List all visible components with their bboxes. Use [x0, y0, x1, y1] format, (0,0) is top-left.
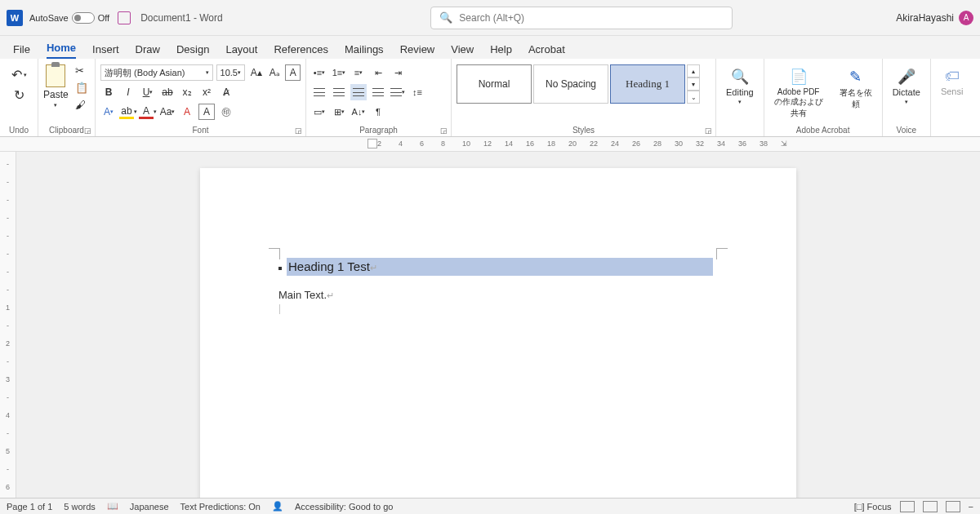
numbering-button[interactable]: 1≡▾: [331, 64, 347, 81]
read-mode-button[interactable]: [900, 501, 915, 512]
editing-button[interactable]: 🔍 Editing ▾: [721, 64, 759, 109]
cut-button[interactable]: ✂: [75, 64, 88, 77]
circled-char-button[interactable]: ㊞: [218, 104, 234, 120]
spellcheck-icon[interactable]: 📖: [107, 501, 118, 512]
tab-draw[interactable]: Draw: [136, 43, 160, 59]
page[interactable]: Heading 1 Test↵ Main Text.↵ |: [200, 168, 796, 498]
zoom-out-button[interactable]: −: [969, 502, 973, 512]
status-accessibility[interactable]: Accessibility: Good to go: [295, 502, 393, 512]
chevron-down-icon[interactable]: ▾: [738, 99, 742, 105]
italic-button[interactable]: I: [120, 84, 136, 100]
styles-more-icon[interactable]: ⌄: [687, 91, 700, 104]
tab-selector-icon[interactable]: [368, 139, 377, 148]
request-signature-button[interactable]: ✎ 署名を依頼: [835, 64, 877, 113]
redo-button[interactable]: ↻: [14, 87, 24, 103]
enclose-char-button[interactable]: A: [179, 104, 195, 120]
align-center-button[interactable]: [331, 84, 347, 100]
strikethrough-button[interactable]: ab: [159, 84, 176, 100]
align-right-button[interactable]: [350, 84, 367, 100]
status-language[interactable]: Japanese: [130, 502, 169, 512]
style-normal[interactable]: Normal: [457, 64, 532, 104]
borders-button[interactable]: ⊞▾: [331, 104, 347, 120]
grow-font-button[interactable]: A▴: [248, 64, 263, 81]
status-predictions[interactable]: Text Predictions: On: [180, 502, 261, 512]
tab-file[interactable]: File: [13, 43, 30, 59]
character-border-button[interactable]: A: [198, 104, 215, 120]
font-color-button[interactable]: A▾: [140, 104, 156, 120]
justify-button[interactable]: [370, 84, 386, 100]
toggle-off-icon[interactable]: [72, 12, 95, 24]
multilevel-list-button[interactable]: ≡▾: [350, 64, 367, 81]
heading-1-text[interactable]: Heading 1 Test↵: [287, 258, 713, 276]
shading-button[interactable]: ▭▾: [311, 104, 327, 120]
increase-indent-button[interactable]: ⇥: [390, 64, 406, 81]
styles-scroll-down-icon[interactable]: ▾: [687, 78, 700, 91]
subscript-button[interactable]: x₂: [179, 84, 195, 100]
copy-button[interactable]: 📋: [75, 82, 88, 94]
undo-button[interactable]: ↶▾: [11, 67, 27, 82]
tab-mailings[interactable]: Mailings: [345, 43, 384, 59]
decrease-indent-button[interactable]: ⇤: [370, 64, 386, 81]
body-text[interactable]: Main Text.↵: [278, 289, 718, 302]
sensitivity-button[interactable]: 🏷 Sensi: [936, 64, 969, 100]
styles-scroll-up-icon[interactable]: ▴: [687, 64, 700, 78]
status-words[interactable]: 5 words: [64, 502, 96, 512]
tab-acrobat[interactable]: Acrobat: [528, 43, 565, 59]
vruler-tick: 3: [6, 375, 10, 383]
clipboard-launcher-icon[interactable]: ◲: [84, 126, 91, 135]
status-page[interactable]: Page 1 of 1: [7, 502, 52, 512]
sort-button[interactable]: A↓▾: [350, 104, 367, 120]
superscript-button[interactable]: x²: [198, 84, 215, 100]
phonetic-guide-button[interactable]: A: [285, 64, 301, 81]
chevron-down-icon[interactable]: ▾: [54, 102, 57, 109]
tab-layout[interactable]: Layout: [225, 43, 257, 59]
font-size-select[interactable]: 10.5▾: [216, 64, 246, 81]
save-icon[interactable]: [118, 11, 131, 24]
tab-insert[interactable]: Insert: [92, 43, 119, 59]
tab-review[interactable]: Review: [400, 43, 435, 59]
horizontal-ruler[interactable]: 2468101214161820222426283032343638⇲: [0, 137, 980, 152]
underline-button[interactable]: U▾: [140, 84, 156, 100]
search-icon: 🔍: [439, 11, 452, 24]
font-name-select[interactable]: 游明朝 (Body Asian)▾: [100, 64, 213, 81]
voice-group-label: Voice: [897, 124, 916, 135]
document-canvas[interactable]: Heading 1 Test↵ Main Text.↵ |: [16, 152, 980, 498]
style-no-spacing[interactable]: No Spacing: [533, 64, 608, 104]
bullets-button[interactable]: •≡▾: [311, 64, 327, 81]
vertical-ruler[interactable]: --------1-2-3-4-5-6-7-8-9-10-11: [0, 152, 16, 498]
paste-button[interactable]: Paste ▾: [43, 64, 69, 109]
user-account[interactable]: AkiraHayashi A: [896, 11, 973, 25]
tab-design[interactable]: Design: [176, 43, 209, 59]
change-case-button[interactable]: Aₐ: [267, 64, 282, 81]
highlight-button[interactable]: ab▾: [120, 104, 136, 120]
format-painter-button[interactable]: 🖌: [75, 99, 88, 111]
chevron-down-icon[interactable]: ▾: [24, 72, 27, 78]
web-layout-button[interactable]: [946, 501, 960, 512]
tab-home[interactable]: Home: [47, 42, 76, 59]
char-shading-button[interactable]: Aa▾: [159, 104, 176, 120]
align-left-button[interactable]: [311, 84, 327, 100]
focus-mode-button[interactable]: [□] Focus: [854, 502, 892, 512]
search-input[interactable]: 🔍 Search (Alt+Q): [430, 7, 733, 29]
create-pdf-button[interactable]: 📄 Adobe PDF の作成および共有: [769, 64, 828, 122]
font-group-label: Font: [100, 124, 301, 135]
style-heading-1[interactable]: Heading 1: [610, 64, 685, 104]
bold-button[interactable]: B: [100, 84, 117, 100]
tab-help[interactable]: Help: [490, 43, 512, 59]
chevron-down-icon[interactable]: ▾: [905, 99, 908, 105]
clear-format-button[interactable]: A̷: [218, 84, 234, 100]
tab-view[interactable]: View: [451, 43, 474, 59]
font-launcher-icon[interactable]: ◲: [295, 126, 302, 135]
right-indent-icon[interactable]: ⇲: [781, 140, 787, 148]
show-marks-button[interactable]: ¶: [370, 104, 386, 120]
distributed-button[interactable]: ▾: [390, 84, 406, 100]
line-spacing-button[interactable]: ↕≡: [409, 84, 425, 100]
text-cursor[interactable]: |: [278, 302, 718, 315]
paragraph-launcher-icon[interactable]: ◲: [440, 126, 448, 135]
styles-launcher-icon[interactable]: ◲: [705, 126, 712, 135]
tab-references[interactable]: References: [274, 43, 327, 59]
print-layout-button[interactable]: [923, 501, 938, 512]
text-effects-button[interactable]: A▾: [100, 104, 117, 120]
autosave-toggle[interactable]: AutoSave Off: [29, 12, 109, 24]
dictate-button[interactable]: 🎤 Dictate ▾: [888, 64, 925, 109]
